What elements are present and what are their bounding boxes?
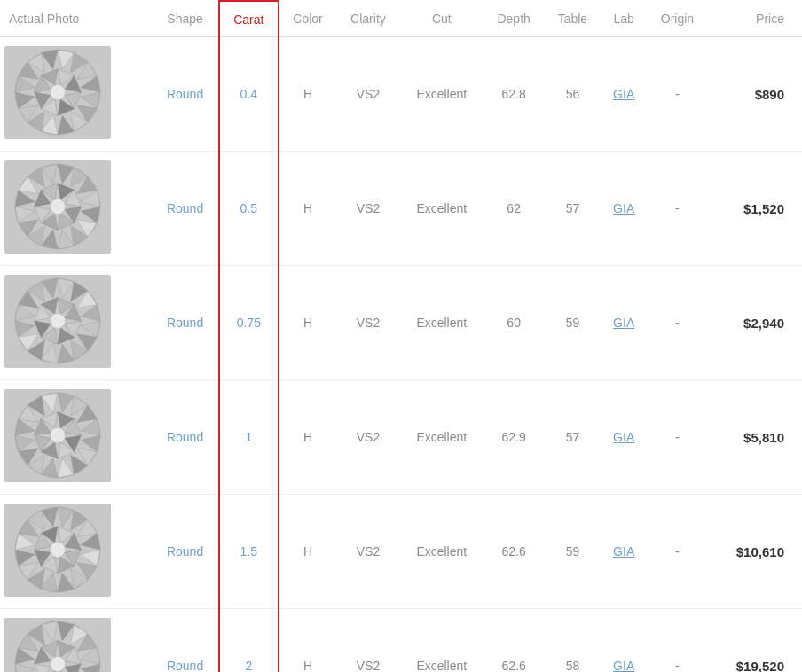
depth-cell: 62.9 [484,380,545,495]
table-row: Round1.5HVS2Excellent62.659GIA-$10,610 [0,495,802,609]
table-value-cell: 59 [545,266,602,380]
shape-cell: Round [153,495,219,609]
photo-cell [0,152,153,266]
photo-cell [0,37,153,152]
depth-cell: 62.8 [484,37,545,152]
svg-point-26 [50,84,65,99]
cut-cell: Excellent [400,152,484,266]
origin-cell: - [647,266,708,380]
table-value-cell: 59 [545,495,602,609]
origin-cell: - [647,380,708,495]
clarity-cell: VS2 [336,266,400,380]
depth-cell: 60 [484,266,545,380]
diamond-table: Actual Photo Shape Carat Color Clarity C… [0,0,802,672]
color-cell: H [279,152,336,266]
color-cell: H [279,609,336,673]
lab-link[interactable]: GIA [613,316,634,330]
shape-cell: Round [153,37,219,152]
table-row: Round0.5HVS2Excellent6257GIA-$1,520 [0,152,802,266]
depth-cell: 62.6 [484,495,545,609]
photo-cell [0,266,153,380]
price-cell: $5,810 [708,380,802,495]
lab-cell[interactable]: GIA [601,37,647,152]
lab-cell[interactable]: GIA [601,609,647,673]
color-cell: H [279,495,336,609]
table-value-cell: 58 [545,609,602,673]
depth-cell: 62.6 [484,609,545,673]
lab-cell[interactable]: GIA [601,152,647,266]
price-cell: $1,520 [708,152,802,266]
table-value-cell: 57 [545,152,602,266]
lab-link[interactable]: GIA [613,201,634,215]
table-value-cell: 56 [545,37,602,152]
col-header-lab: Lab [601,1,647,37]
color-cell: H [279,266,336,380]
col-header-depth: Depth [484,1,545,37]
clarity-cell: VS2 [336,609,400,673]
col-header-table: Table [545,1,602,37]
col-header-origin: Origin [647,1,708,37]
svg-point-82 [50,313,65,328]
carat-cell: 2 [219,609,279,673]
col-header-carat: Carat [219,1,279,37]
color-cell: H [279,380,336,495]
photo-cell [0,495,153,609]
shape-cell: Round [153,380,219,495]
cut-cell: Excellent [400,609,484,673]
clarity-cell: VS2 [336,37,400,152]
carat-cell: 1 [219,380,279,495]
color-cell: H [279,37,336,152]
price-cell: $19,520 [708,609,802,673]
shape-cell: Round [153,266,219,380]
cut-cell: Excellent [400,266,484,380]
cut-cell: Excellent [400,380,484,495]
origin-cell: - [647,37,708,152]
col-header-price: Price [708,1,802,37]
col-header-photo: Actual Photo [0,1,153,37]
svg-point-54 [50,199,65,214]
lab-link[interactable]: GIA [613,87,634,101]
origin-cell: - [647,495,708,609]
carat-cell: 0.4 [219,37,279,152]
shape-cell: Round [153,609,219,673]
lab-link[interactable]: GIA [613,544,634,559]
price-cell: $10,610 [708,495,802,609]
svg-point-166 [50,656,65,671]
clarity-cell: VS2 [336,380,400,495]
diamond-image [4,275,111,368]
lab-cell[interactable]: GIA [601,380,647,495]
svg-point-110 [50,427,65,442]
col-header-cut: Cut [400,1,484,37]
shape-cell: Round [153,152,219,266]
diamond-image [4,160,111,254]
depth-cell: 62 [484,152,545,266]
lab-link[interactable]: GIA [613,430,634,444]
table-row: Round2HVS2Excellent62.658GIA-$19,520 [0,609,802,673]
svg-point-138 [50,542,65,557]
price-cell: $890 [708,37,802,152]
diamond-image [4,46,111,139]
table-row: Round0.4HVS2Excellent62.856GIA-$890 [0,37,802,152]
diamond-image [4,504,111,597]
table-row: Round0.75HVS2Excellent6059GIA-$2,940 [0,266,802,380]
col-header-color: Color [279,1,336,37]
table-value-cell: 57 [545,380,602,495]
clarity-cell: VS2 [336,495,400,609]
lab-link[interactable]: GIA [613,659,634,672]
col-header-shape: Shape [153,1,219,37]
origin-cell: - [647,152,708,266]
table-header-row: Actual Photo Shape Carat Color Clarity C… [0,1,802,37]
clarity-cell: VS2 [336,152,400,266]
lab-cell[interactable]: GIA [601,495,647,609]
diamond-image [4,618,111,672]
cut-cell: Excellent [400,495,484,609]
carat-cell: 0.75 [219,266,279,380]
origin-cell: - [647,609,708,673]
diamond-table-container: Actual Photo Shape Carat Color Clarity C… [0,0,802,672]
diamond-image [4,389,111,482]
photo-cell [0,380,153,495]
table-row: Round1HVS2Excellent62.957GIA-$5,810 [0,380,802,495]
price-cell: $2,940 [708,266,802,380]
carat-cell: 1.5 [219,495,279,609]
lab-cell[interactable]: GIA [601,266,647,380]
